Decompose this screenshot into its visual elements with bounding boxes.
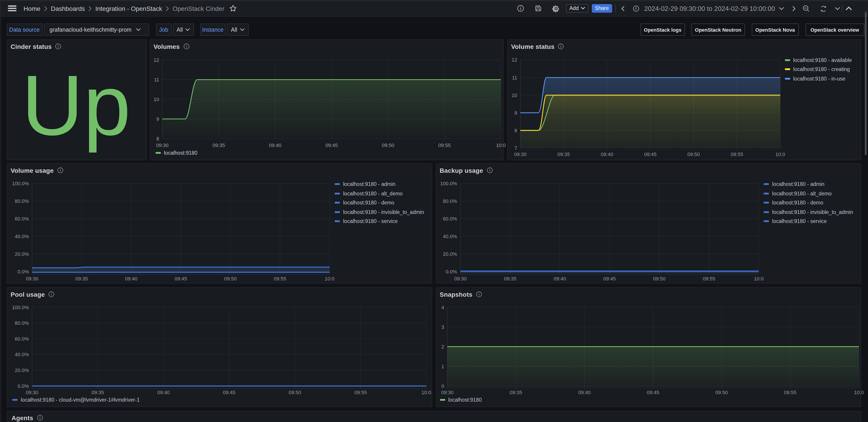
- svg-text:40.0%: 40.0%: [443, 234, 457, 239]
- svg-text:10:0: 10:0: [421, 390, 431, 395]
- svg-text:09:30: 09:30: [26, 390, 38, 395]
- svg-text:7: 7: [514, 145, 517, 151]
- svg-text:09:30: 09:30: [514, 152, 526, 157]
- svg-text:09:55: 09:55: [703, 276, 715, 281]
- svg-text:09:30: 09:30: [441, 390, 453, 395]
- svg-text:09:45: 09:45: [603, 276, 616, 281]
- svg-text:12: 12: [512, 57, 517, 63]
- svg-text:0.0%: 0.0%: [18, 383, 29, 389]
- svg-text:0: 0: [441, 383, 444, 389]
- svg-text:20.0%: 20.0%: [15, 251, 29, 257]
- svg-text:1: 1: [441, 364, 444, 369]
- svg-text:20.0%: 20.0%: [15, 367, 29, 373]
- svg-text:09:35: 09:35: [212, 143, 225, 148]
- svg-text:100.0%: 100.0%: [12, 305, 29, 310]
- svg-text:09:50: 09:50: [288, 390, 301, 395]
- svg-text:09:40: 09:40: [578, 390, 590, 395]
- svg-text:09:40: 09:40: [600, 152, 613, 157]
- svg-text:4: 4: [441, 305, 444, 310]
- svg-text:09:55: 09:55: [354, 390, 367, 395]
- svg-text:80.0%: 80.0%: [15, 198, 29, 204]
- svg-text:09:40: 09:40: [269, 143, 281, 148]
- svg-text:8: 8: [156, 136, 159, 142]
- svg-text:0.0%: 0.0%: [445, 269, 457, 275]
- svg-text:10:0: 10:0: [496, 143, 506, 148]
- svg-text:09:50: 09:50: [715, 390, 727, 395]
- svg-text:10: 10: [512, 92, 517, 98]
- svg-text:09:30: 09:30: [26, 276, 38, 281]
- svg-text:09:35: 09:35: [557, 152, 569, 157]
- svg-text:09:55: 09:55: [438, 143, 451, 148]
- svg-text:09:40: 09:40: [553, 276, 566, 281]
- svg-text:09:55: 09:55: [274, 276, 286, 281]
- svg-text:09:45: 09:45: [644, 152, 656, 157]
- svg-text:100.0%: 100.0%: [440, 181, 457, 186]
- svg-text:10:0: 10:0: [324, 276, 334, 281]
- svg-text:09:35: 09:35: [509, 390, 522, 395]
- svg-text:11: 11: [154, 77, 159, 83]
- svg-text:09:45: 09:45: [325, 143, 338, 148]
- svg-text:09:35: 09:35: [91, 390, 104, 395]
- svg-text:10: 10: [153, 96, 159, 102]
- svg-text:09:40: 09:40: [157, 390, 169, 395]
- svg-text:12: 12: [153, 57, 159, 63]
- svg-text:3: 3: [441, 324, 444, 330]
- svg-text:09:45: 09:45: [174, 276, 187, 281]
- svg-text:0.0%: 0.0%: [18, 269, 29, 275]
- svg-text:60.0%: 60.0%: [443, 216, 457, 222]
- svg-text:60.0%: 60.0%: [15, 336, 29, 342]
- svg-text:2: 2: [441, 344, 444, 350]
- svg-text:20.0%: 20.0%: [443, 251, 457, 257]
- svg-text:09:50: 09:50: [381, 143, 394, 148]
- svg-text:09:50: 09:50: [224, 276, 237, 281]
- svg-text:8: 8: [514, 128, 517, 133]
- svg-text:9: 9: [156, 116, 159, 122]
- svg-text:09:35: 09:35: [75, 276, 88, 281]
- svg-text:09:55: 09:55: [731, 152, 743, 157]
- svg-text:09:30: 09:30: [454, 276, 466, 281]
- svg-text:09:35: 09:35: [504, 276, 516, 281]
- svg-text:10:0: 10:0: [754, 276, 763, 281]
- svg-text:80.0%: 80.0%: [443, 198, 457, 204]
- svg-text:40.0%: 40.0%: [15, 352, 29, 357]
- svg-text:40.0%: 40.0%: [15, 234, 29, 239]
- svg-text:09:45: 09:45: [647, 390, 659, 395]
- svg-text:100.0%: 100.0%: [12, 181, 29, 186]
- svg-text:09:50: 09:50: [653, 276, 665, 281]
- svg-text:09:55: 09:55: [784, 390, 796, 395]
- svg-text:60.0%: 60.0%: [15, 216, 29, 222]
- svg-text:11: 11: [512, 75, 517, 81]
- svg-text:10:0: 10:0: [854, 390, 864, 395]
- svg-text:09:45: 09:45: [223, 390, 235, 395]
- svg-text:09:50: 09:50: [687, 152, 700, 157]
- svg-text:09:30: 09:30: [156, 143, 168, 148]
- svg-text:09:40: 09:40: [125, 276, 137, 281]
- svg-text:80.0%: 80.0%: [15, 320, 29, 326]
- svg-text:10:0: 10:0: [775, 152, 785, 157]
- svg-text:9: 9: [514, 110, 517, 116]
